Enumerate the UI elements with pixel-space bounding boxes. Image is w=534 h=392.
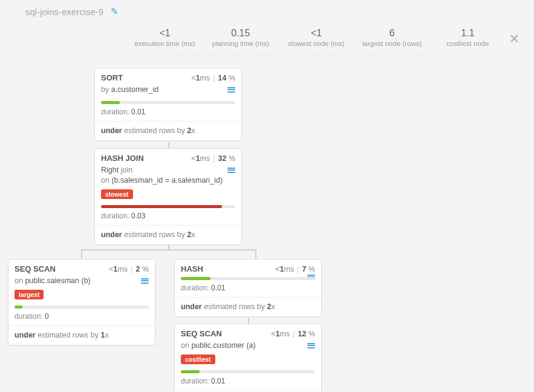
duration-bar — [15, 305, 149, 309]
slowest-badge: slowest — [101, 189, 133, 199]
node-pct: 14 % — [218, 74, 236, 82]
connector — [81, 249, 256, 250]
node-pct: 12 % — [298, 330, 316, 338]
node-name: SORT — [101, 73, 191, 82]
duration-text: duration: 0.01 — [175, 283, 321, 297]
duration-bar — [181, 370, 315, 373]
node-name: SEQ SCAN — [15, 264, 109, 273]
node-pct: 32 % — [218, 154, 236, 163]
duration-bar — [101, 205, 235, 208]
duration-text: duration: 0.03 — [95, 211, 241, 225]
node-name: HASH JOIN — [101, 154, 191, 163]
database-icon[interactable] — [227, 165, 235, 177]
node-pct: 2 % — [135, 265, 149, 273]
node-time: <1ms — [275, 265, 294, 273]
plan-canvas: SORT <1ms | 14 % by a.customer_id durati… — [0, 0, 534, 392]
node-time: <1ms — [271, 330, 290, 338]
estimate-text: under estimated rows by 2x — [175, 297, 321, 316]
plan-node-seq-scan-customer[interactable]: SEQ SCAN <1ms | 12 % on public.customer … — [174, 324, 322, 392]
duration-bar — [181, 277, 315, 280]
duration-bar — [101, 101, 235, 104]
plan-node-hash-join[interactable]: HASH JOIN <1ms | 32 % Right join on (b.s… — [94, 148, 242, 245]
duration-text: duration: 0.01 — [95, 106, 241, 121]
estimate-text: under estimated rows by 2x — [95, 225, 241, 244]
estimate-text: under estimated rows by 2x — [95, 121, 241, 140]
connector — [255, 249, 256, 260]
node-time: <1ms — [109, 265, 128, 273]
estimate-text: under estimated rows by 1x — [8, 325, 155, 345]
plan-node-sort[interactable]: SORT <1ms | 14 % by a.customer_id durati… — [94, 68, 242, 141]
database-icon[interactable] — [141, 276, 149, 287]
node-name: HASH — [181, 264, 275, 273]
duration-text: duration: 0 — [8, 311, 155, 325]
node-time: <1ms — [191, 154, 210, 163]
plan-node-seq-scan-salesman[interactable]: SEQ SCAN <1ms | 2 % on public.salesman (… — [8, 259, 155, 345]
database-icon[interactable] — [307, 341, 315, 352]
duration-text: duration: 0.01 — [175, 376, 321, 390]
node-time: <1ms — [191, 74, 210, 82]
connector — [81, 249, 82, 260]
costliest-badge: costliest — [181, 354, 215, 364]
plan-node-hash[interactable]: HASH <1ms | 7 % duration: 0.01 under est… — [174, 259, 322, 317]
database-icon[interactable] — [227, 85, 235, 96]
largest-badge: largest — [15, 290, 44, 299]
node-name: SEQ SCAN — [181, 329, 271, 338]
